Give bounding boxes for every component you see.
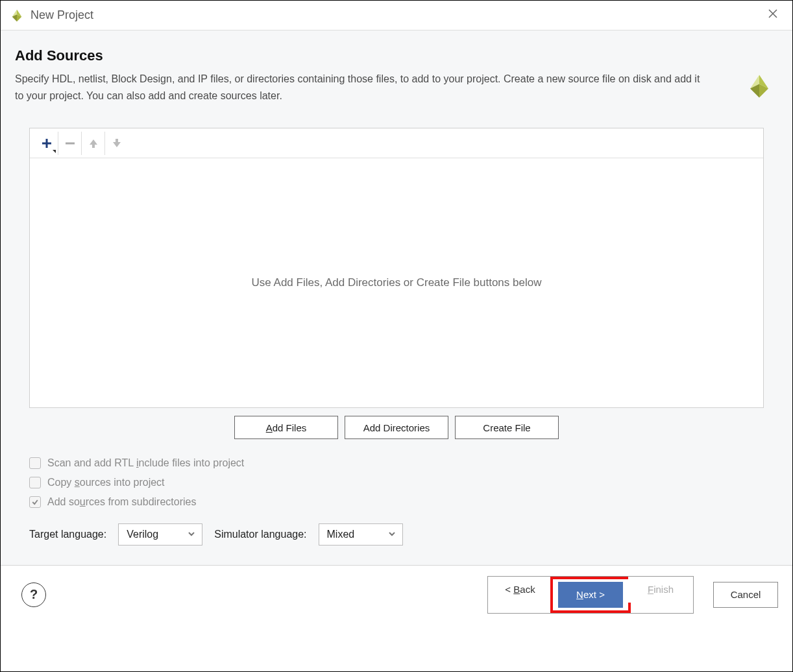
help-button[interactable]: ? [21,582,46,607]
wizard-nav-group: < Back Next > Finish [487,576,694,614]
back-button[interactable]: < Back [488,577,553,603]
wizard-footer: ? < Back Next > Finish Cancel [1,565,792,623]
dropdown-caret-icon [53,150,56,153]
window-title: New Project [30,8,93,22]
copy-sources-option: Copy sources into project [29,473,764,492]
file-buttons-row: Add Files Add Directories Create File [29,408,764,447]
scan-include-label: Scan and add RTL include files into proj… [47,457,244,469]
add-files-button[interactable]: Add Files [234,416,338,439]
chevron-down-icon [188,529,195,540]
copy-sources-label: Copy sources into project [47,477,165,488]
chevron-down-icon [388,529,396,540]
sources-panel: Use Add Files, Add Directories or Create… [29,128,764,408]
simulator-language-select[interactable]: Mixed [319,523,403,546]
scan-include-checkbox[interactable] [29,457,41,469]
subdirectories-checkbox[interactable] [29,496,41,508]
copy-sources-checkbox[interactable] [29,477,41,488]
cancel-button[interactable]: Cancel [713,582,778,608]
next-highlight: Next > [550,577,631,613]
target-language-value: Verilog [127,529,158,540]
finish-button: Finish [628,577,693,603]
simulator-language-value: Mixed [327,529,355,540]
remove-source-button[interactable] [58,132,82,155]
target-language-select[interactable]: Verilog [118,523,202,546]
subdirectories-label: Add sources from subdirectories [47,496,196,508]
simulator-language-label: Simulator language: [214,529,306,540]
target-language-label: Target language: [29,529,106,540]
sources-toolbar [30,128,763,158]
add-directories-button[interactable]: Add Directories [345,416,448,439]
close-icon[interactable] [762,6,783,25]
options-group: Scan and add RTL include files into proj… [29,447,764,512]
next-button[interactable]: Next > [558,582,623,608]
move-down-button[interactable] [105,132,128,155]
scan-include-option: Scan and add RTL include files into proj… [29,453,764,473]
move-up-button[interactable] [82,132,105,155]
create-file-button[interactable]: Create File [455,416,559,439]
app-icon [10,8,24,23]
language-row: Target language: Verilog Simulator langu… [29,512,764,565]
add-source-button[interactable] [35,132,58,155]
sources-empty-message: Use Add Files, Add Directories or Create… [30,158,763,407]
page-heading: Add Sources [15,47,778,64]
titlebar: New Project [1,1,792,30]
content-area: Use Add Files, Add Directories or Create… [1,116,792,565]
page-header: Add Sources Specify HDL, netlist, Block … [1,30,792,116]
subdirectories-option: Add sources from subdirectories [29,492,764,512]
vivado-logo-icon [746,73,773,102]
page-subtitle: Specify HDL, netlist, Block Design, and … [15,71,703,104]
